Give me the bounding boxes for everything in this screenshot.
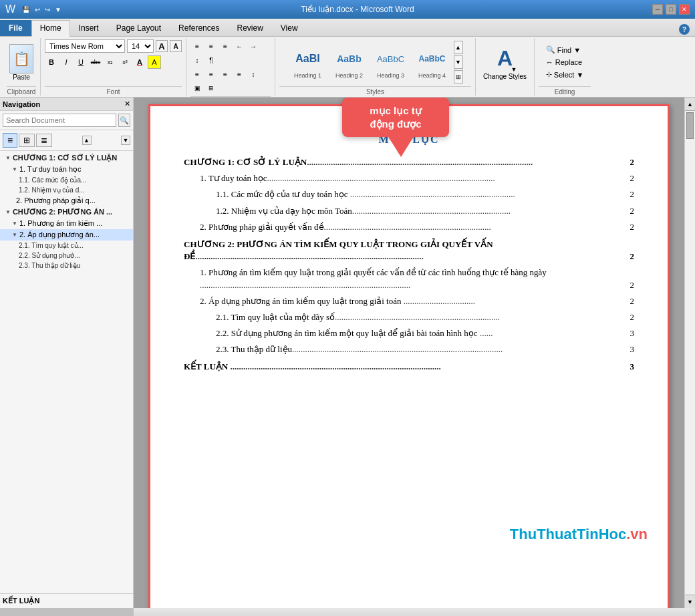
paragraph-group: ≡ ≡ ≡ ← → ↕ ¶ ≡ ≡ ≡ ≡ ↕ ▣ ⊞ Pa — [186, 38, 275, 96]
document-area[interactable]: mục lục tựđộng được MỤC LỤC CHƯƠNG 1: CƠ… — [134, 98, 684, 608]
underline-button[interactable]: U — [74, 55, 88, 69]
heading1-label: Heading 1 — [294, 72, 321, 79]
superscript-button[interactable]: x² — [118, 55, 132, 69]
borders-btn[interactable]: ⊞ — [204, 82, 218, 95]
nav-view-results-btn[interactable]: ≣ — [36, 134, 52, 147]
find-button[interactable]: 🔍 Find ▼ — [543, 44, 587, 55]
word-icon: W — [5, 3, 15, 15]
show-marks-button[interactable]: ¶ — [204, 53, 218, 67]
scroll-thumb[interactable] — [686, 112, 694, 139]
replace-icon: ↔ — [546, 58, 553, 66]
font-name-select[interactable]: Times New Rom — [45, 39, 125, 53]
toc-s21-text: 1. Phương án tìm kiếm quy luật trong giả… — [200, 267, 547, 277]
select-dropdown: ▼ — [576, 71, 583, 79]
nav-ket-luan[interactable]: KẾT LUẬN — [0, 593, 133, 608]
nav-item-s12[interactable]: 1.2. Nhiệm vụ của d... — [0, 185, 133, 195]
increase-indent-btn[interactable]: → — [247, 39, 260, 53]
nav-item-ch1[interactable]: ▼ CHƯƠNG 1: CƠ SỞ LÝ LUẬN — [0, 152, 133, 164]
nav-item-s221[interactable]: 2.1. Tìm quy luật củ... — [0, 241, 133, 251]
save-quick-btn[interactable]: 💾 — [21, 6, 31, 13]
replace-button[interactable]: ↔ Replace — [543, 57, 587, 67]
font-shrink-btn[interactable]: A — [170, 40, 182, 52]
tab-home[interactable]: Home — [31, 20, 70, 37]
search-input[interactable] — [3, 114, 116, 127]
toc-s22-page: 2 — [630, 295, 635, 307]
toc-s1-text: 1. Tư duy toán học — [200, 173, 267, 183]
nav-item-s222[interactable]: 2.2. Sử dụng phướ... — [0, 251, 133, 261]
tab-view[interactable]: View — [272, 20, 307, 36]
heading1-style[interactable]: AaBl Heading 1 — [288, 43, 328, 81]
tab-review[interactable]: Review — [228, 20, 271, 36]
watermark-dot: .vn — [626, 526, 648, 543]
scroll-down-btn[interactable]: ▼ — [685, 595, 695, 608]
nav-item-s223[interactable]: 2.3. Thu thập dữ liệu — [0, 261, 133, 271]
bold-button[interactable]: B — [45, 55, 58, 69]
heading3-text: AaBbC — [377, 54, 404, 64]
redo-quick-btn[interactable]: ↪ — [43, 6, 51, 13]
heading2-style[interactable]: AaBb Heading 2 — [329, 43, 370, 81]
styles-scroll-up[interactable]: ▲ — [454, 41, 463, 54]
nav-item-s22[interactable]: ▼ 2. Áp dụng phương án... — [0, 229, 133, 241]
numbering-button[interactable]: ≡ — [204, 39, 218, 53]
nav-item-s11[interactable]: 1.1. Các mức độ của... — [0, 175, 133, 185]
s12-label: 1.2. Nhiệm vụ của d... — [19, 186, 130, 194]
nav-item-s21[interactable]: ▼ 1. Phương án tim kiếm ... — [0, 218, 133, 229]
toc-s12-text: 1.2. Nhiệm vụ của dạy học môn Toán — [216, 206, 352, 216]
change-styles-button[interactable]: A ▼ Change Styles — [480, 40, 530, 84]
line-spacing-btn[interactable]: ↕ — [247, 67, 260, 81]
align-justify-btn[interactable]: ≡ — [233, 67, 246, 81]
toc-ch2-dots: ........................................… — [195, 251, 423, 261]
clipboard-content: 📋 Paste — [7, 38, 36, 86]
paste-button[interactable]: 📋 Paste — [7, 43, 36, 82]
select-button[interactable]: ⊹ Select ▼ — [543, 69, 587, 80]
quick-access-dropdown[interactable]: ▼ — [53, 6, 63, 13]
toc-s22-dots: ................................. — [404, 296, 475, 306]
maximize-btn[interactable]: □ — [666, 4, 676, 15]
multilevel-button[interactable]: ≡ — [219, 39, 232, 53]
nav-view-headings-btn[interactable]: ≡ — [3, 133, 17, 148]
shading-btn[interactable]: ▣ — [190, 82, 204, 95]
nav-item-s2[interactable]: 2. Phương pháp giải q... — [0, 195, 133, 206]
replace-label: Replace — [555, 58, 582, 66]
nav-scroll-up[interactable]: ▲ — [82, 136, 92, 145]
heading3-style[interactable]: AaBbC Heading 3 — [371, 43, 411, 81]
styles-scroll-down[interactable]: ▼ — [454, 55, 463, 69]
align-left-btn[interactable]: ≡ — [190, 67, 204, 81]
align-right-btn[interactable]: ≡ — [219, 67, 232, 81]
search-button[interactable]: 🔍 — [118, 114, 130, 127]
italic-button[interactable]: I — [59, 55, 73, 69]
change-styles-content: A ▼ Change Styles — [480, 38, 530, 86]
scroll-up-btn[interactable]: ▲ — [685, 98, 695, 111]
nav-scroll-down[interactable]: ▼ — [121, 136, 130, 145]
nav-item-s1[interactable]: ▼ 1. Tư duy toán học — [0, 164, 133, 175]
tab-insert[interactable]: Insert — [70, 20, 108, 36]
font-grow-btn[interactable]: A — [156, 40, 168, 52]
nav-view-pages-btn[interactable]: ⊞ — [19, 134, 35, 147]
find-dropdown: ▼ — [573, 46, 581, 54]
minimize-btn[interactable]: ─ — [652, 4, 663, 15]
styles-label: Styles — [279, 86, 471, 96]
bullets-button[interactable]: ≡ — [190, 39, 204, 53]
tab-page-layout[interactable]: Page Layout — [108, 20, 170, 36]
heading4-style[interactable]: AaBbC Heading 4 — [412, 43, 452, 81]
font-size-select[interactable]: 14 — [127, 39, 154, 53]
font-color-button[interactable]: A — [133, 55, 146, 69]
tab-file[interactable]: File — [0, 20, 31, 36]
undo-quick-btn[interactable]: ↩ — [33, 6, 41, 13]
subscript-button[interactable]: x₂ — [104, 55, 117, 69]
tab-references[interactable]: References — [170, 20, 228, 36]
vertical-scrollbar[interactable]: ▲ ▼ — [684, 98, 695, 608]
toc-s21-dots: ........................................… — [200, 280, 410, 290]
highlight-button[interactable]: A — [148, 55, 161, 69]
align-center-btn[interactable]: ≡ — [204, 67, 218, 81]
nav-close-button[interactable]: ✕ — [124, 100, 130, 108]
close-btn[interactable]: ✕ — [679, 4, 690, 15]
nav-item-ch2[interactable]: ▼ CHƯƠNG 2: PHƯƠNG ÁN ... — [0, 206, 133, 218]
help-icon[interactable]: ? — [679, 24, 690, 35]
toc-ch2-page: 2 — [630, 251, 635, 263]
toc-s2-page: 2 — [630, 221, 635, 233]
styles-more[interactable]: ⊞ — [454, 70, 463, 84]
decrease-indent-btn[interactable]: ← — [233, 39, 246, 53]
sort-button[interactable]: ↕ — [190, 53, 204, 67]
strikethrough-button[interactable]: abc — [89, 55, 102, 69]
